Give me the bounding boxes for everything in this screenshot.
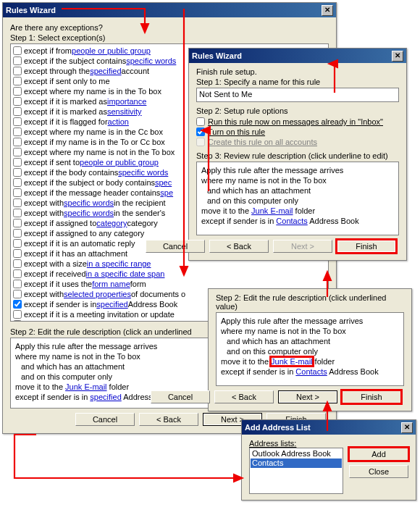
window-title: Rules Wizard — [6, 6, 56, 14]
exception-link[interactable]: specific words — [64, 198, 114, 208]
exception-link[interactable]: spec — [155, 177, 172, 188]
desc-line: except if sender is in Contacts Address … — [201, 216, 394, 226]
desc-line: and on this computer only — [201, 196, 394, 206]
exception-checkbox[interactable] — [13, 219, 22, 227]
exception-checkbox[interactable] — [13, 249, 22, 258]
exception-checkbox[interactable] — [13, 239, 22, 248]
exception-link[interactable]: spe — [160, 188, 173, 198]
exception-link[interactable]: in a specific date span — [86, 269, 165, 279]
turn-on-option[interactable]: Turn on this rule — [196, 127, 399, 137]
exception-link[interactable]: specific words — [118, 167, 168, 177]
exception-checkbox[interactable] — [13, 188, 22, 197]
junk-email-link[interactable]: Junk E-mail — [65, 382, 106, 391]
exception-link[interactable]: specific words — [126, 56, 176, 66]
add-address-list-window: Add Address List ✕ Address lists: Outloo… — [241, 419, 416, 501]
window-title: Add Address List — [245, 423, 311, 432]
exception-link[interactable]: sensitivity — [107, 106, 142, 117]
specified-link[interactable]: specified — [90, 393, 121, 401]
exception-checkbox[interactable] — [13, 259, 22, 268]
exception-link[interactable]: importance — [107, 96, 146, 106]
run-now-option[interactable]: Run this rule now on messages already in… — [196, 117, 399, 127]
exception-link[interactable]: specified text — [146, 319, 192, 322]
step2-label: Step 2: Edit the rule description (click… — [216, 293, 404, 311]
list-item[interactable]: Outlook Address Book — [251, 449, 342, 459]
finish-setup-label: Finish rule setup. — [196, 67, 399, 76]
desc-line: move it to the Junk E-mail folder — [201, 206, 394, 216]
desc-line: Apply this rule after the message arrive… — [201, 165, 394, 175]
titlebar: Rules Wizard ✕ — [189, 49, 406, 63]
exception-checkbox[interactable] — [13, 87, 22, 96]
step1-label: Step 1: Specify a name for this rule — [196, 78, 399, 86]
exception-link[interactable]: action — [108, 117, 129, 127]
exception-checkbox[interactable] — [13, 269, 22, 278]
exception-link[interactable]: specified — [96, 299, 127, 309]
exception-checkbox[interactable] — [13, 46, 22, 55]
exception-link[interactable]: in a specific range — [87, 259, 151, 269]
exception-checkbox[interactable] — [13, 67, 22, 75]
exception-checkbox[interactable] — [13, 107, 22, 116]
address-lists-label: Address lists: — [249, 439, 343, 448]
exception-checkbox[interactable] — [13, 168, 22, 177]
rule-description-box: Apply this rule after the message arrive… — [216, 312, 404, 386]
list-item[interactable]: Contacts — [251, 459, 342, 468]
exception-item[interactable]: except if it uses the form name form — [12, 279, 327, 289]
close-icon[interactable]: ✕ — [401, 422, 413, 433]
cancel-button[interactable]: Cancel — [75, 413, 135, 426]
rule-description-box: Apply this rule after the message arrive… — [196, 162, 399, 235]
cancel-button[interactable]: Cancel — [146, 240, 205, 253]
exception-checkbox[interactable] — [13, 290, 22, 298]
next-button: Next > — [273, 240, 332, 253]
finish-button[interactable]: Finish — [342, 390, 401, 403]
exception-checkbox[interactable] — [13, 209, 22, 217]
exception-checkbox[interactable] — [13, 148, 22, 156]
junk-email-link[interactable]: Junk E-mail — [271, 357, 312, 366]
exception-link[interactable]: selected properties — [64, 289, 131, 299]
exception-checkbox[interactable] — [13, 97, 22, 106]
titlebar: Rules Wizard ✕ — [3, 3, 336, 17]
exception-checkbox[interactable] — [13, 229, 22, 238]
exception-checkbox[interactable] — [13, 56, 22, 65]
back-button[interactable]: < Back — [209, 240, 269, 253]
close-icon[interactable]: ✕ — [322, 5, 333, 16]
next-button[interactable]: Next > — [278, 390, 337, 403]
exception-link[interactable]: form name — [92, 279, 130, 289]
exception-checkbox[interactable] — [13, 198, 22, 207]
rules-wizard-finish-window: Rules Wizard ✕ Finish rule setup. Step 1… — [188, 48, 407, 261]
titlebar: Add Address List ✕ — [242, 420, 416, 435]
exception-link[interactable]: category — [96, 218, 127, 228]
close-icon[interactable]: ✕ — [392, 51, 403, 62]
back-button[interactable]: < Back — [214, 390, 274, 403]
add-button[interactable]: Add — [349, 448, 408, 461]
address-lists-listbox[interactable]: Outlook Address Book Contacts — [249, 448, 343, 494]
desc-line: and on this computer only — [221, 346, 399, 356]
exception-checkbox[interactable] — [13, 138, 22, 146]
rule-name-input[interactable]: Not Sent to Me — [196, 88, 399, 102]
contacts-link[interactable]: Contacts — [295, 367, 327, 376]
rules-wizard-edit-description-window: Step 2: Edit the rule description (click… — [208, 288, 412, 411]
exception-checkbox[interactable] — [13, 280, 22, 288]
all-accounts-option: Create this rule on all accounts — [196, 137, 399, 147]
button-row: Cancel < Back Next > Finish — [196, 235, 399, 254]
step3-label: Step 3: Review rule description (click u… — [196, 151, 399, 160]
exception-checkbox[interactable] — [13, 178, 22, 187]
exception-link[interactable]: people or public group — [80, 157, 159, 167]
exception-link[interactable]: specific words — [64, 208, 114, 218]
close-button[interactable]: Close — [349, 465, 408, 478]
exception-link[interactable]: specified — [90, 66, 121, 76]
exception-checkbox[interactable] — [13, 300, 22, 309]
finish-button[interactable]: Finish — [337, 240, 396, 253]
back-button[interactable]: < Back — [139, 413, 198, 426]
desc-line: and which has an attachment — [201, 185, 394, 196]
exception-checkbox[interactable] — [13, 117, 22, 126]
cancel-button[interactable]: Cancel — [151, 390, 210, 403]
exception-checkbox[interactable] — [13, 158, 22, 167]
exception-link[interactable]: people or public group — [72, 46, 151, 56]
exception-checkbox[interactable] — [13, 127, 22, 136]
contacts-link[interactable]: Contacts — [276, 217, 307, 225]
exception-checkbox[interactable] — [13, 310, 22, 319]
exception-checkbox[interactable] — [13, 77, 22, 85]
exception-checkbox[interactable] — [13, 320, 22, 322]
exception-item[interactable]: except if received in a specific date sp… — [12, 269, 327, 279]
button-row: Cancel < Back Next > Finish — [216, 386, 404, 405]
junk-email-link[interactable]: Junk E-mail — [251, 206, 293, 215]
